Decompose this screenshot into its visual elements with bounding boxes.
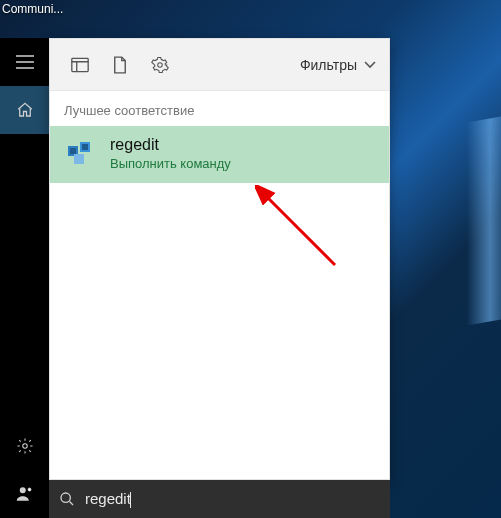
panel-header: Фильтры (50, 39, 389, 91)
search-result-regedit[interactable]: regedit Выполнить команду (50, 126, 389, 183)
svg-point-10 (61, 493, 70, 502)
search-results-panel: Фильтры Лучшее соответствие regedit Выпо… (49, 38, 390, 480)
documents-scope-icon[interactable] (100, 45, 140, 85)
svg-rect-9 (82, 144, 88, 150)
desktop-shortcut-label[interactable]: Communi... (2, 2, 63, 16)
chevron-down-icon (363, 60, 377, 70)
search-bar[interactable]: regedit (49, 480, 390, 518)
search-icon (59, 491, 75, 507)
regedit-icon (64, 138, 96, 170)
svg-rect-3 (72, 58, 88, 71)
svg-rect-8 (70, 148, 76, 154)
result-title: regedit (110, 136, 231, 154)
result-subtitle: Выполнить команду (110, 156, 231, 171)
apps-scope-icon[interactable] (60, 45, 100, 85)
result-text: regedit Выполнить команду (110, 136, 231, 171)
svg-point-4 (158, 62, 163, 67)
search-input[interactable]: regedit (85, 490, 131, 508)
settings-scope-icon[interactable] (140, 45, 180, 85)
filters-label: Фильтры (300, 57, 357, 73)
filters-dropdown[interactable]: Фильтры (300, 57, 379, 73)
home-icon[interactable] (0, 86, 49, 134)
svg-point-2 (28, 488, 31, 491)
svg-point-1 (19, 487, 25, 493)
start-sidebar (0, 38, 49, 518)
gear-icon[interactable] (0, 422, 49, 470)
svg-rect-7 (74, 154, 84, 164)
hamburger-icon[interactable] (0, 38, 49, 86)
svg-point-0 (22, 444, 27, 449)
user-icon[interactable] (0, 470, 49, 518)
best-match-label: Лучшее соответствие (50, 91, 389, 126)
text-caret (130, 492, 131, 508)
